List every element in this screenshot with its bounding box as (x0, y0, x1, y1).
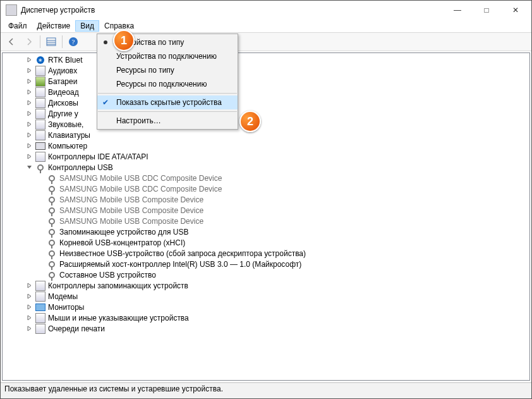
usb-device-icon (47, 270, 57, 280)
other-devices-icon (35, 109, 45, 119)
expand-icon[interactable] (24, 111, 34, 116)
close-button[interactable]: ✕ (501, 1, 530, 20)
tree-label: Мониторы (47, 303, 84, 312)
menuitem-label: Устройства по подключению (116, 52, 217, 61)
battery-icon (35, 77, 45, 87)
tree-row[interactable]: SAMSUNG Mobile USB Composite Device (3, 216, 529, 226)
expand-icon[interactable] (24, 283, 34, 288)
maximize-button[interactable]: □ (472, 1, 501, 20)
tree-label: Батареи (47, 77, 77, 86)
annotation-badge-2: 2 (239, 111, 261, 132)
usb-device-icon (47, 259, 57, 269)
tree-row[interactable]: Мониторы (3, 302, 529, 312)
tree-row[interactable]: Клавиатуры (3, 130, 529, 140)
expand-icon[interactable] (24, 143, 34, 149)
menuitem-resources-by-connection[interactable]: Ресурсы по подключению (97, 77, 238, 91)
tree-row[interactable]: SAMSUNG Mobile USB CDC Composite Device (3, 183, 529, 194)
tree-label: Контроллеры запоминающих устройств (47, 281, 188, 290)
mouse-icon (35, 313, 45, 323)
menu-view[interactable]: Вид (75, 20, 99, 32)
tree-row[interactable]: Расширяемый хост-контроллер Intel(R) USB… (3, 259, 529, 269)
tree-row[interactable]: Аудиовх (3, 65, 529, 76)
menu-separator (98, 93, 237, 94)
menubar: Файл Действие Вид Справка (1, 20, 531, 32)
tree-row[interactable]: Очереди печати (3, 323, 529, 334)
tree-row[interactable]: Контроллеры USB (3, 162, 529, 173)
tree-row[interactable]: Дисковы (3, 97, 529, 108)
expand-icon[interactable] (24, 304, 34, 310)
menuitem-show-hidden-devices[interactable]: ✔Показать скрытые устройства (97, 95, 238, 109)
tree-label: SAMSUNG Mobile USB Composite Device (58, 195, 203, 204)
client-area: ∗RTK Bluet Аудиовх Батареи Видеоад Диско… (1, 51, 531, 383)
tree-row[interactable]: Звуковые, (3, 119, 529, 130)
tree-row[interactable]: Модемы (3, 291, 529, 302)
monitor-icon (35, 302, 45, 312)
window-title: Диспетчер устройств (21, 6, 443, 15)
tree-label: Клавиатуры (47, 131, 90, 140)
tree-row[interactable]: Компьютер (3, 140, 529, 151)
tree-row[interactable]: Контроллеры запоминающих устройств (3, 280, 529, 291)
audio-input-icon (35, 66, 45, 76)
tree-row[interactable]: Мыши и иные указывающие устройства (3, 312, 529, 323)
tree-label: Неизвестное USB-устройство (сбой запроса… (58, 249, 306, 258)
tree-label: Запоминающее устройство для USB (58, 228, 188, 236)
tree-row[interactable]: Запоминающее устройство для USB (3, 226, 529, 237)
tree-label: Составное USB устройство (58, 271, 156, 279)
usb-device-icon (47, 238, 57, 248)
expand-icon[interactable] (24, 78, 34, 84)
tree-label: Дисковы (47, 99, 78, 107)
tree-row[interactable]: Батареи (3, 76, 529, 87)
toolbar-separator (62, 35, 63, 48)
menuitem-resources-by-type[interactable]: Ресурсы по типу (97, 63, 238, 77)
expand-icon[interactable] (24, 57, 34, 63)
usb-device-icon (47, 216, 57, 226)
expand-icon[interactable] (24, 315, 34, 321)
display-adapter-icon (35, 87, 45, 97)
tree-label: Очереди печати (47, 324, 105, 333)
tree-label: SAMSUNG Mobile USB CDC Composite Device (58, 185, 222, 193)
help-button[interactable]: ? (65, 34, 82, 50)
show-console-tree-button[interactable] (43, 34, 59, 50)
toolbar-separator (40, 35, 40, 48)
tree-row[interactable]: SAMSUNG Mobile USB Composite Device (3, 194, 529, 205)
tree-row[interactable]: Другие у (3, 108, 529, 119)
menu-action[interactable]: Действие (32, 20, 76, 32)
expand-icon[interactable] (24, 132, 34, 138)
back-button[interactable] (3, 34, 20, 50)
device-tree[interactable]: ∗RTK Bluet Аудиовх Батареи Видеоад Диско… (2, 52, 530, 381)
tree-row[interactable]: SAMSUNG Mobile USB CDC Composite Device (3, 173, 529, 183)
expand-icon[interactable] (24, 121, 34, 127)
tree-label: Другие у (47, 109, 78, 118)
expand-icon[interactable] (24, 293, 34, 299)
menuitem-label: Настроить… (116, 116, 161, 125)
tree-row[interactable]: Неизвестное USB-устройство (сбой запроса… (3, 248, 529, 259)
tree-label: Видеоад (47, 88, 79, 97)
menuitem-devices-by-connection[interactable]: Устройства по подключению (97, 49, 238, 63)
tree-row[interactable]: Видеоад (3, 87, 529, 97)
ide-controller-icon (35, 152, 45, 162)
forward-button[interactable] (21, 34, 37, 50)
collapse-icon[interactable] (24, 164, 34, 170)
expand-icon[interactable] (24, 68, 34, 73)
bluetooth-icon: ∗ (35, 55, 45, 65)
expand-icon[interactable] (24, 100, 34, 106)
modem-icon (35, 292, 45, 302)
tree-row[interactable]: Составное USB устройство (3, 269, 529, 280)
menu-file[interactable]: Файл (3, 20, 32, 32)
menuitem-label: Показать скрытые устройства (116, 98, 222, 107)
menuitem-customize[interactable]: Настроить… (97, 114, 238, 128)
tree-row[interactable]: Корневой USB-концентратор (xHCI) (3, 237, 529, 248)
tree-label: Контроллеры IDE ATA/ATAPI (47, 152, 148, 161)
checkmark-icon: ✔ (102, 98, 109, 107)
expand-icon[interactable] (24, 154, 34, 159)
expand-icon[interactable] (24, 326, 34, 331)
status-bar: Показывает удаленные из системы и устаре… (1, 383, 531, 398)
expand-icon[interactable] (24, 89, 34, 95)
tree-label: Расширяемый хост-контроллер Intel(R) USB… (58, 260, 301, 269)
tree-row[interactable]: SAMSUNG Mobile USB Composite Device (3, 205, 529, 216)
minimize-button[interactable]: — (443, 1, 472, 20)
keyboard-icon (35, 130, 45, 140)
tree-row[interactable]: ∗RTK Bluet (3, 54, 529, 65)
tree-row[interactable]: Контроллеры IDE ATA/ATAPI (3, 151, 529, 162)
tree-label: SAMSUNG Mobile USB Composite Device (58, 217, 203, 226)
